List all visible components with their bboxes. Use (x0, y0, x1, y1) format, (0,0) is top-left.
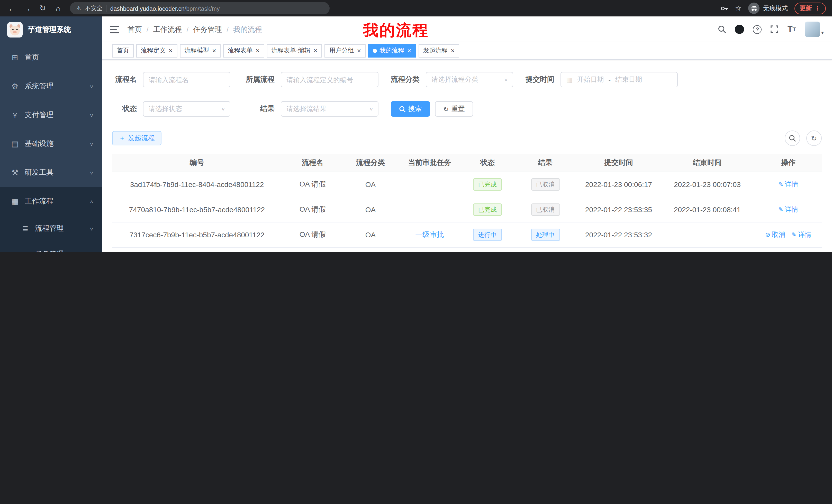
cell-end-time (660, 222, 755, 247)
forward-icon[interactable]: → (22, 4, 33, 12)
sidebar-item-任务管理[interactable]: ⊟任务管理∧ (0, 242, 102, 252)
url-text: dashboard.yudao.iocoder.cn/bpm/task/my (110, 4, 220, 13)
bookmark-star-icon[interactable]: ☆ (735, 4, 742, 12)
fullscreen-icon[interactable] (771, 25, 779, 33)
cell-id: 7470a810-7b9b-11ec-b5b7-acde48001122 (112, 197, 282, 222)
content-area: 流程名 所属流程 流程分类 请选择流程分类 ∨ (102, 60, 832, 252)
close-icon[interactable]: × (314, 47, 317, 54)
home-icon: ⊞ (10, 53, 20, 62)
cell-status: 已完成 (462, 247, 513, 252)
close-icon[interactable]: × (451, 47, 454, 54)
sidebar-item-基础设施[interactable]: ▤基础设施∨ (0, 130, 102, 158)
user-avatar[interactable] (805, 22, 820, 37)
tab-用户分组[interactable]: 用户分组× (325, 44, 366, 57)
refresh-table-button[interactable]: ↻ (806, 131, 822, 146)
close-icon[interactable]: × (212, 47, 216, 54)
sidebar: 芋道管理系统 ⊞首页⚙系统管理∨¥支付管理∨▤基础设施∨⚒研发工具∨▦工作流程∧… (0, 17, 102, 252)
back-icon[interactable]: ← (6, 4, 18, 12)
reset-button[interactable]: ↻ 重置 (435, 101, 473, 117)
column-header: 流程名 (282, 154, 343, 172)
column-header: 结束时间 (660, 154, 755, 172)
column-header: 状态 (462, 154, 513, 172)
cell-process-name: OA 请假 (282, 197, 343, 222)
result-select[interactable]: 请选择流结果 ∨ (281, 101, 379, 117)
chevron-down-icon: ∨ (89, 84, 94, 89)
category-select[interactable]: 请选择流程分类 ∨ (426, 72, 513, 87)
sidebar-item-首页[interactable]: ⊞首页 (0, 43, 102, 72)
search-button[interactable]: 搜索 (391, 101, 430, 117)
user-menu[interactable]: ▾ (805, 22, 824, 37)
tab-首页[interactable]: 首页 (112, 44, 134, 57)
browser-update-button[interactable]: 更新 ⋮ (795, 2, 826, 14)
pay-icon: ¥ (10, 111, 20, 119)
incognito-icon (748, 3, 759, 14)
sidebar-item-支付管理[interactable]: ¥支付管理∨ (0, 101, 102, 130)
close-icon[interactable]: × (407, 47, 411, 54)
tab-流程表单-编辑[interactable]: 流程表单-编辑× (267, 44, 322, 57)
sidebar-item-label: 流程管理 (35, 224, 64, 233)
cell-actions: ✎详情 (755, 247, 822, 252)
breadcrumb: 首页/工作流程/任务管理/我的流程 (128, 24, 262, 34)
cancel-link[interactable]: ⊘取消 (765, 230, 785, 238)
password-key-icon[interactable] (721, 4, 728, 12)
breadcrumb-item[interactable]: 任务管理 (193, 25, 222, 33)
status-select[interactable]: 请选择状态 ∨ (143, 101, 230, 117)
cell-actions: ⊘取消✎详情 (755, 222, 822, 247)
end-date-placeholder: 结束日期 (615, 75, 642, 84)
process-name-input[interactable] (143, 72, 230, 87)
column-header: 结果 (513, 154, 577, 172)
sidebar-item-label: 研发工具 (25, 168, 53, 177)
font-size-icon[interactable]: TT (787, 25, 796, 34)
toolbar-right: ↻ (785, 131, 822, 146)
close-icon[interactable]: × (169, 47, 173, 54)
process-name-label: 流程名 (112, 75, 137, 84)
sidebar-item-研发工具[interactable]: ⚒研发工具∨ (0, 158, 102, 187)
sidebar-item-系统管理[interactable]: ⚙系统管理∨ (0, 72, 102, 101)
filter-row-2: 状态 请选择状态 ∨ 结果 请选择流结果 ∨ (112, 101, 822, 117)
detail-link[interactable]: ✎详情 (778, 180, 798, 188)
date-range-picker[interactable]: ▦ 开始日期 - 结束日期 (561, 72, 678, 87)
sidebar-item-流程管理[interactable]: ≣流程管理∨ (0, 216, 102, 242)
github-icon[interactable] (735, 25, 744, 34)
show-search-button[interactable] (785, 131, 800, 146)
header-search-icon[interactable] (718, 25, 726, 33)
process-def-input[interactable] (281, 72, 379, 87)
chevron-down-icon: ∨ (89, 226, 94, 231)
close-icon[interactable]: × (256, 47, 259, 54)
browser-home-icon[interactable]: ⌂ (52, 4, 64, 12)
sidebar-toggle-icon[interactable] (110, 25, 119, 33)
tab-label: 首页 (117, 46, 129, 55)
sidebar-item-工作流程[interactable]: ▦工作流程∧ (0, 187, 102, 216)
close-icon[interactable]: × (357, 47, 361, 54)
tab-label: 发起流程 (423, 46, 448, 55)
cell-status-tag: 已完成 (473, 203, 502, 216)
cell-result-tag: 已取消 (531, 178, 560, 190)
status-label: 状态 (112, 104, 137, 114)
tab-我的流程[interactable]: 我的流程× (368, 44, 416, 57)
reload-icon[interactable]: ↻ (37, 4, 48, 13)
breadcrumb-item[interactable]: 工作流程 (153, 25, 182, 33)
table-toolbar: ＋ 发起流程 ↻ (112, 131, 822, 146)
breadcrumb-item[interactable]: 首页 (128, 25, 142, 33)
cell-submit-time: 2022-01-22 23:53:35 (577, 197, 660, 222)
cell-current-task (397, 172, 462, 197)
address-bar[interactable]: ⚠ 不安全 dashboard.yudao.iocoder.cn/bpm/tas… (70, 2, 330, 15)
action-label: 取消 (772, 230, 785, 238)
cancel-icon: ⊘ (765, 231, 770, 238)
cell-result: 已取消 (513, 172, 577, 197)
browser-toolbar: ← → ↻ ⌂ ⚠ 不安全 dashboard.yudao.iocoder.cn… (0, 0, 832, 17)
infra-icon: ▤ (10, 139, 20, 148)
help-icon[interactable]: ? (753, 25, 762, 34)
tab-流程表单[interactable]: 流程表单× (223, 44, 264, 57)
start-process-button[interactable]: ＋ 发起流程 (112, 131, 161, 145)
workflow-icon: ▦ (10, 197, 20, 206)
tab-流程定义[interactable]: 流程定义× (136, 44, 177, 57)
sidebar-item-label: 工作流程 (25, 197, 53, 206)
detail-link[interactable]: ✎详情 (778, 205, 798, 213)
sidebar-item-label: 系统管理 (25, 82, 53, 91)
reset-button-label: 重置 (451, 104, 465, 114)
detail-link[interactable]: ✎详情 (791, 230, 811, 238)
tab-发起流程[interactable]: 发起流程× (418, 44, 459, 57)
tab-流程模型[interactable]: 流程模型× (180, 44, 220, 57)
current-task-link[interactable]: 一级审批 (415, 230, 444, 238)
